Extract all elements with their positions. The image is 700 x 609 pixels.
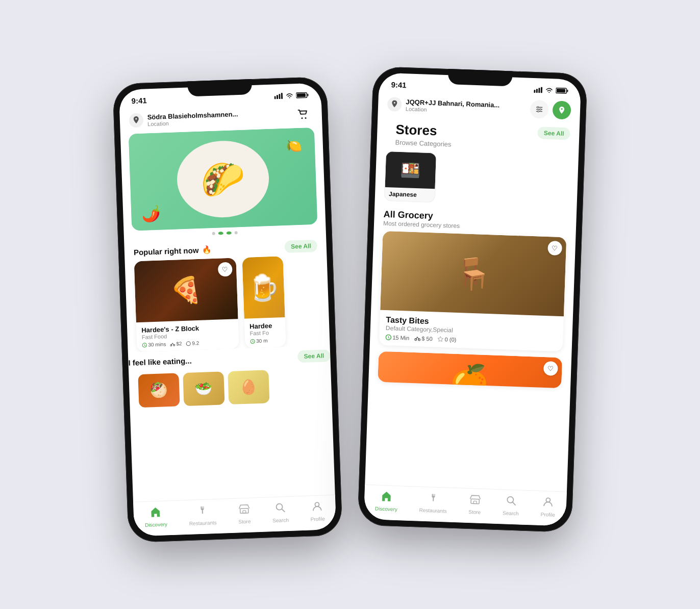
nav-item-search-right[interactable]: Search — [503, 495, 519, 516]
signal-icon-left — [274, 92, 283, 99]
restaurants-icon-right — [428, 492, 439, 506]
location-text-left: Södra Blasieholmshamnen... Location — [147, 110, 238, 127]
feel-see-all-button[interactable]: See All — [297, 349, 330, 363]
cart-icon-left — [297, 109, 309, 120]
japanese-img: 🍱 — [385, 151, 436, 189]
food-decoration-1: 🌶️ — [141, 204, 161, 222]
food-plate-visual: 🌮 — [176, 139, 270, 219]
fire-icon: 🔥 — [202, 245, 212, 255]
dot-2-active — [218, 232, 223, 235]
mini-food-2[interactable]: 🥗 — [183, 371, 224, 406]
scroll-area-right[interactable]: Stores Browse Categories See All 🍱 Japan… — [365, 117, 580, 491]
store-svg-left — [238, 503, 250, 515]
profile-svg-right — [542, 496, 554, 508]
scroll-area-left[interactable]: 🌮 🌶️ 🍋 Po — [120, 127, 335, 501]
food-card-hardees[interactable]: 🍕 ♡ Hardee's - Z Block Fast Food 30 mins — [134, 258, 239, 352]
svg-point-29 — [540, 109, 541, 110]
mini-food-1[interactable]: 🥙 — [138, 373, 180, 408]
feel-title: I feel like eating... — [128, 356, 192, 367]
svg-rect-2 — [279, 94, 280, 99]
nav-item-store-left[interactable]: Store — [238, 503, 251, 525]
svg-point-37 — [546, 498, 551, 502]
map-icon — [558, 106, 566, 115]
svg-point-12 — [186, 341, 190, 345]
nav-item-discovery-right[interactable]: Discovery — [375, 491, 398, 513]
nav-item-restaurants-left[interactable]: Restaurants — [189, 504, 217, 526]
filter-icon — [535, 106, 543, 113]
search-label-right: Search — [503, 510, 519, 516]
notch-right — [448, 69, 513, 86]
nav-item-restaurants-right[interactable]: Restaurants — [419, 492, 447, 514]
stores-title: Stores — [386, 117, 461, 141]
profile-label-right: Profile — [540, 512, 555, 518]
store-label-right: Store — [468, 509, 481, 515]
map-action-button[interactable] — [552, 100, 571, 119]
grocery-card-tasty-bites[interactable]: 🪑 ♡ Tasty Bites Default Category,Special… — [379, 231, 567, 351]
stores-see-all-button[interactable]: See All — [537, 126, 570, 140]
nav-item-discovery-left[interactable]: Discovery — [144, 506, 167, 528]
hardees-rating-text: 9.2 — [192, 340, 199, 346]
food-hero-img: 🌮 🌶️ 🍋 — [129, 128, 317, 231]
nav-item-profile-right[interactable]: Profile — [540, 496, 556, 518]
search-icon-right — [505, 495, 517, 510]
location-actions-right — [530, 100, 571, 120]
dot-3 — [227, 232, 232, 235]
home-svg-right — [381, 491, 392, 502]
filter-action-button[interactable] — [530, 100, 548, 119]
hardees-fee: $2 — [170, 341, 182, 347]
svg-rect-1 — [277, 95, 278, 99]
profile-icon-left — [312, 501, 323, 515]
svg-rect-24 — [557, 89, 565, 93]
nav-item-search-left[interactable]: Search — [272, 502, 289, 523]
grocery-card-fruit[interactable]: 🍊 ♡ — [378, 351, 562, 389]
cart-button-left[interactable] — [294, 105, 313, 124]
star-icon-hardees — [186, 341, 191, 346]
hardees-time: 30 mins — [142, 341, 166, 348]
svg-rect-6 — [297, 93, 306, 97]
svg-rect-23 — [567, 89, 568, 92]
location-pin-icon-right — [387, 97, 402, 112]
bottom-nav-right: Discovery Restaurants — [364, 485, 567, 526]
svg-point-30 — [537, 111, 539, 112]
svg-rect-18 — [534, 89, 535, 92]
mini-food-3[interactable]: 🥚 — [228, 370, 269, 404]
store-icon-right — [469, 494, 481, 508]
dot-1 — [212, 232, 215, 235]
tasty-time: 15 Min — [385, 334, 409, 341]
tasty-rating-text: 0 (0) — [444, 336, 456, 343]
search-svg-right — [505, 495, 517, 507]
food-card-hardees2-img: 🍺 — [242, 256, 285, 319]
category-card-japanese[interactable]: 🍱 Japanese — [384, 151, 437, 202]
browse-label: Browse Categories — [386, 138, 461, 153]
svg-point-7 — [301, 117, 303, 119]
nav-item-profile-left[interactable]: Profile — [310, 501, 325, 522]
location-text-right: JQQR+JJ Bahnari, Romania... Location — [406, 98, 500, 115]
store-icon-left — [238, 503, 250, 518]
location-left-section: Södra Blasieholmshamnen... Location — [129, 110, 238, 128]
hardees-rating: 9.2 — [186, 340, 199, 346]
svg-point-17 — [315, 502, 319, 506]
bike-icon-hardees — [170, 341, 175, 346]
search-icon-left — [274, 502, 286, 516]
popular-cards-row: 🍕 ♡ Hardee's - Z Block Fast Food 30 mins — [125, 255, 330, 352]
svg-rect-20 — [538, 88, 540, 93]
clock-icon-hardees2 — [250, 339, 255, 344]
fruit-img: 🍊 ♡ — [378, 351, 562, 389]
notch-left — [187, 79, 252, 96]
phone-right: 9:41 — [357, 66, 587, 532]
fruit-visual: 🍊 — [378, 351, 562, 389]
wifi-icon-left — [285, 92, 293, 99]
fork-svg-right — [428, 492, 439, 504]
discovery-icon-right — [381, 491, 392, 505]
status-time-left: 9:41 — [131, 96, 147, 105]
profile-icon-right — [542, 496, 554, 511]
popular-see-all-button[interactable]: See All — [285, 240, 317, 253]
nav-item-store-right[interactable]: Store — [468, 494, 481, 515]
food-card-hardees2[interactable]: 🍺 Hardee Fast Fo 30 m — [242, 256, 286, 348]
scene: 9:41 — [120, 70, 580, 539]
star-icon-tasty — [437, 336, 443, 342]
discovery-icon-left — [150, 506, 162, 521]
svg-rect-21 — [541, 87, 542, 93]
battery-icon-right — [556, 87, 568, 94]
search-label-left: Search — [272, 517, 289, 523]
